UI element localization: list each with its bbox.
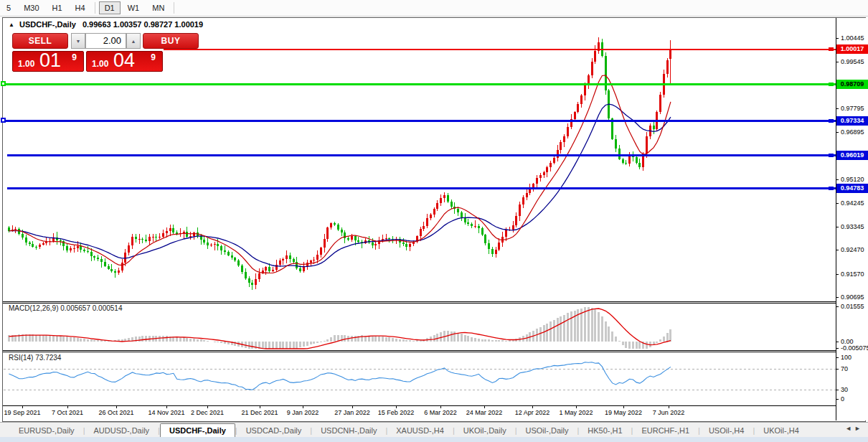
tab-usoildaily[interactable]: USOil-,Daily xyxy=(517,424,577,437)
macd-indicator-panel[interactable] xyxy=(4,303,836,350)
date-tick xyxy=(396,406,397,408)
date-label: 1 May 2022 xyxy=(559,409,593,416)
date-label: 14 Nov 2021 xyxy=(148,409,184,416)
volume-decrease-button[interactable]: ▼ xyxy=(71,33,85,49)
price-tick-label: 0.97795 xyxy=(841,105,864,112)
date-tick xyxy=(116,406,117,408)
date-tick xyxy=(22,406,23,408)
price-tick-label: 0.90695 xyxy=(841,293,864,301)
indicator-tick xyxy=(836,306,839,307)
tab-usoilh4[interactable]: USOil-,H4 xyxy=(700,424,753,437)
timeframe-button-h4[interactable]: H4 xyxy=(70,1,91,14)
price-tick-label: 0.95120 xyxy=(841,176,864,183)
tab-ukoilh4[interactable]: UKOil-,H4 xyxy=(755,424,808,437)
indicator-tick-label: 70 xyxy=(841,365,848,372)
price-tick-label: 0.99545 xyxy=(841,58,864,65)
symbol-tab-bar: EURUSD-,Daily|AUDUSD-,Daily|USDCHF-,Dail… xyxy=(0,422,868,437)
date-tick xyxy=(303,406,303,408)
date-tick xyxy=(484,406,485,408)
price-tick xyxy=(836,38,839,39)
date-tick xyxy=(623,406,624,408)
rsi-label: RSI(14) 73.7234 xyxy=(9,354,61,362)
sell-button[interactable]: SELL xyxy=(12,33,68,49)
price-tick-label: 1.00445 xyxy=(841,34,864,42)
date-label: 26 Oct 2021 xyxy=(98,409,133,416)
date-tick xyxy=(166,406,167,408)
tab-scroll-right-icon[interactable]: ► xyxy=(854,425,864,432)
indicator-tick xyxy=(836,348,839,349)
indicator-tick-label: 0.01555 xyxy=(841,303,864,310)
tab-xauusdh4[interactable]: XAUUSD-,H4 xyxy=(387,424,453,437)
indicator-tick xyxy=(836,342,839,342)
tab-eurchfh1[interactable]: EURCHF-,H1 xyxy=(633,424,698,437)
tab-usdcnhdaily[interactable]: USDCNH-,Daily xyxy=(312,424,385,437)
indicator-tick xyxy=(836,399,839,400)
date-tick xyxy=(576,406,577,408)
tab-eurusddaily[interactable]: EURUSD-,Daily xyxy=(10,424,83,437)
level-handle[interactable] xyxy=(1,118,6,123)
chart-title: ▲ USDCHF-,Daily 0.99663 1.00357 0.98727 … xyxy=(9,20,203,29)
one-click-trade-panel: SELL ▼ 2.00 ▲ BUY 1.00 01 9 1.00 04 9 xyxy=(4,32,164,73)
price-tick xyxy=(836,132,839,133)
date-axis[interactable]: 19 Sep 20217 Oct 202126 Oct 202114 Nov 2… xyxy=(4,406,836,420)
price-tick xyxy=(836,179,839,180)
trading-terminal: { "toolbar": { "timeframes": ["5","M30",… xyxy=(0,0,868,442)
price-level-badge: 1.00017 xyxy=(836,44,868,54)
chart-title-ohlc: 0.99663 1.00357 0.98727 1.00019 xyxy=(82,20,203,29)
tab-scroll-left-icon[interactable]: ◄ xyxy=(845,425,854,432)
tab-hk50h1[interactable]: HK50-,H1 xyxy=(579,424,631,437)
indicator-tick xyxy=(836,390,839,390)
buy-price-point: 9 xyxy=(151,52,156,62)
level-handle[interactable] xyxy=(1,81,6,86)
price-tick-label: 0.96895 xyxy=(841,128,864,136)
date-tick xyxy=(67,406,68,408)
date-label: 2 Dec 2021 xyxy=(191,409,224,416)
price-axis[interactable]: 1.004450.995450.977950.968950.951200.942… xyxy=(836,18,868,420)
price-tick-label: 0.94245 xyxy=(841,199,864,207)
sell-price-point: 9 xyxy=(72,52,77,62)
indicator-tick-label: 30 xyxy=(841,386,848,393)
tab-usdcaddaily[interactable]: USDCAD-,Daily xyxy=(237,424,311,437)
timeframe-button-5[interactable]: 5 xyxy=(1,1,16,14)
buy-button[interactable]: BUY xyxy=(143,33,199,49)
buy-price-base: 1.00 xyxy=(92,59,108,69)
date-tick xyxy=(532,406,533,408)
date-tick xyxy=(669,406,669,408)
indicator-tick xyxy=(836,357,839,358)
tab-audusddaily[interactable]: AUDUSD-,Daily xyxy=(85,424,158,437)
volume-input[interactable]: 2.00 xyxy=(85,33,126,49)
price-level-badge: 0.98709 xyxy=(836,80,868,89)
toolbar-separator xyxy=(95,2,95,14)
timeframe-button-d1[interactable]: D1 xyxy=(99,1,121,14)
date-label: 27 Jan 2022 xyxy=(334,409,370,416)
sell-price-base: 1.00 xyxy=(18,59,34,69)
price-tick xyxy=(836,297,839,298)
panel-separator[interactable] xyxy=(3,350,866,352)
date-tick xyxy=(352,406,353,408)
volume-increase-button[interactable]: ▲ xyxy=(126,33,141,49)
date-tick xyxy=(207,406,208,408)
price-tick xyxy=(836,250,839,250)
tab-ukoildaily[interactable]: UKOil-,Daily xyxy=(455,424,515,437)
date-label: 24 Mar 2022 xyxy=(466,409,503,416)
date-label: 19 May 2022 xyxy=(605,409,642,416)
timeframe-button-mn[interactable]: MN xyxy=(146,1,170,14)
timeframe-button-h1[interactable]: H1 xyxy=(47,1,68,14)
price-tick-label: 0.92470 xyxy=(841,246,864,253)
tab-scroll-arrows[interactable]: ◄► xyxy=(845,425,864,432)
panel-separator[interactable] xyxy=(3,301,866,304)
panel-separator xyxy=(3,405,866,406)
buy-price-quote[interactable]: 1.00 04 9 xyxy=(86,51,163,72)
collapse-triangle-icon[interactable]: ▲ xyxy=(9,22,14,28)
price-tick xyxy=(836,108,839,109)
sell-price-quote[interactable]: 1.00 01 9 xyxy=(12,51,84,72)
timeframe-button-w1[interactable]: W1 xyxy=(122,1,146,14)
date-label: 19 Sep 2021 xyxy=(4,409,40,416)
indicator-tick xyxy=(836,369,839,370)
timeframe-button-m30[interactable]: M30 xyxy=(18,1,44,14)
chart-title-symbol: USDCHF-,Daily xyxy=(19,20,76,29)
rsi-indicator-panel[interactable] xyxy=(4,352,836,405)
tab-usdchfdaily[interactable]: USDCHF-,Daily xyxy=(160,423,235,438)
timeframe-toolbar[interactable]: 5M30H1H4D1W1MN xyxy=(0,0,868,17)
price-level-badge: 0.97334 xyxy=(836,116,868,126)
